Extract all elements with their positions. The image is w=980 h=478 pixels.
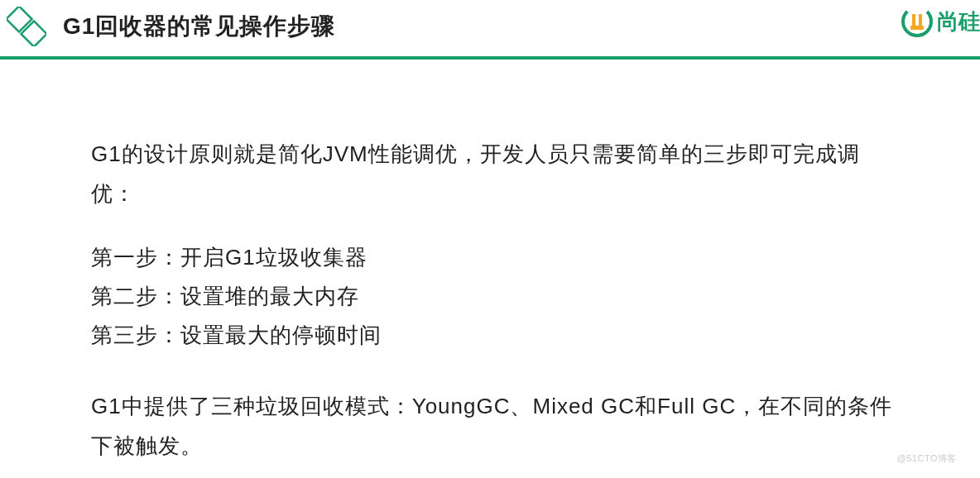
slide-title: G1回收器的常见操作步骤: [63, 11, 335, 42]
slide-content: G1的设计原则就是简化JVM性能调优，开发人员只需要简单的三步即可完成调优： 第…: [0, 60, 980, 466]
step-line: 第二步：设置堆的最大内存: [91, 277, 897, 316]
watermark: @51CTO博客: [897, 452, 957, 465]
brand-icon: [901, 5, 934, 38]
brand-text: 尚硅: [937, 7, 980, 36]
modes-paragraph: G1中提供了三种垃圾回收模式：YoungGC、Mixed GC和Full GC，…: [91, 386, 897, 466]
slide-header: G1回收器的常见操作步骤 尚硅: [0, 0, 980, 60]
step-line: 第三步：设置最大的停顿时间: [91, 316, 897, 355]
brand-logo: 尚硅: [901, 5, 980, 38]
step-line: 第一步：开启G1垃圾收集器: [91, 238, 897, 277]
svg-point-2: [901, 5, 934, 38]
steps-block: 第一步：开启G1垃圾收集器 第二步：设置堆的最大内存 第三步：设置最大的停顿时间: [91, 238, 897, 354]
diamond-icon: [7, 7, 46, 46]
intro-paragraph: G1的设计原则就是简化JVM性能调优，开发人员只需要简单的三步即可完成调优：: [91, 134, 897, 213]
svg-rect-5: [910, 26, 924, 30]
